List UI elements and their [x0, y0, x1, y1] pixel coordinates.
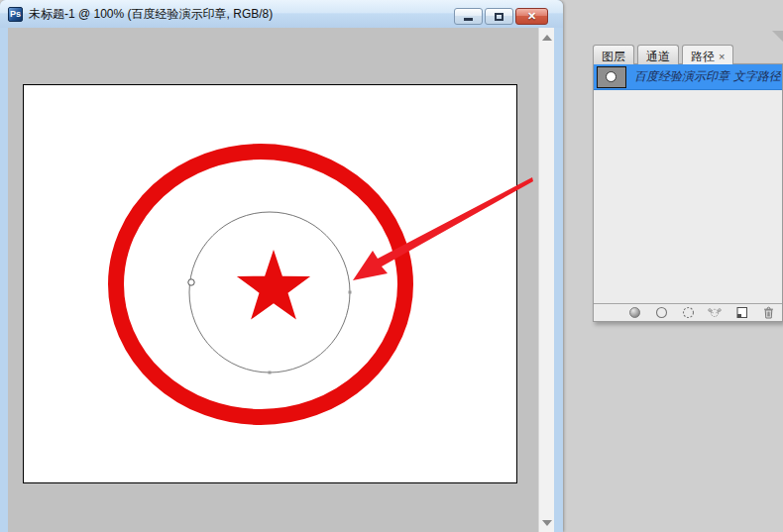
path-item-name: 百度经验演示印章 文字路径: [634, 68, 781, 85]
paths-panel: 图层 通道 路径× 百度经验演示印章 文字路径: [593, 45, 783, 322]
make-work-path-icon[interactable]: [708, 306, 722, 320]
minimize-icon: [464, 18, 473, 21]
stroke-path-icon[interactable]: [654, 306, 668, 320]
close-icon: ✕: [527, 11, 536, 22]
window-controls: ✕: [454, 8, 548, 25]
tab-close-icon[interactable]: ×: [719, 51, 725, 62]
scroll-up-icon[interactable]: [542, 35, 552, 41]
canvas-workspace: [8, 28, 538, 532]
paths-panel-body: 百度经验演示印章 文字路径: [593, 63, 783, 322]
load-path-as-selection-icon[interactable]: [681, 306, 695, 320]
path-list-item[interactable]: 百度经验演示印章 文字路径: [594, 64, 782, 90]
new-path-icon[interactable]: [734, 306, 748, 320]
restore-button[interactable]: [485, 8, 513, 25]
title-bar[interactable]: Ps 未标题-1 @ 100% (百度经验演示印章, RGB/8) ✕: [0, 0, 563, 28]
delete-path-icon[interactable]: [761, 306, 775, 320]
panel-tab-bar: 图层 通道 路径×: [593, 45, 783, 64]
close-button[interactable]: ✕: [515, 8, 548, 25]
vertical-scrollbar[interactable]: [538, 28, 554, 532]
path-thumbnail[interactable]: [597, 66, 626, 88]
paths-toolbar: [594, 303, 782, 321]
canvas[interactable]: [23, 84, 517, 483]
document-content: [8, 28, 554, 532]
tab-channels[interactable]: 通道: [637, 45, 679, 64]
tab-paths-label: 路径: [691, 50, 715, 63]
tab-layers[interactable]: 图层: [593, 45, 634, 64]
panel-collapse-icon[interactable]: [772, 31, 783, 42]
restore-icon: [495, 13, 503, 21]
window-title: 未标题-1 @ 100% (百度经验演示印章, RGB/8): [29, 6, 273, 23]
minimize-button[interactable]: [454, 8, 483, 25]
document-window: Ps 未标题-1 @ 100% (百度经验演示印章, RGB/8) ✕: [0, 0, 563, 532]
photoshop-app-icon: Ps: [8, 7, 23, 22]
path-thumbnail-circle-icon: [606, 71, 616, 82]
fill-path-icon[interactable]: [627, 306, 641, 320]
tab-paths[interactable]: 路径×: [682, 45, 733, 64]
scroll-down-icon[interactable]: [542, 520, 552, 526]
